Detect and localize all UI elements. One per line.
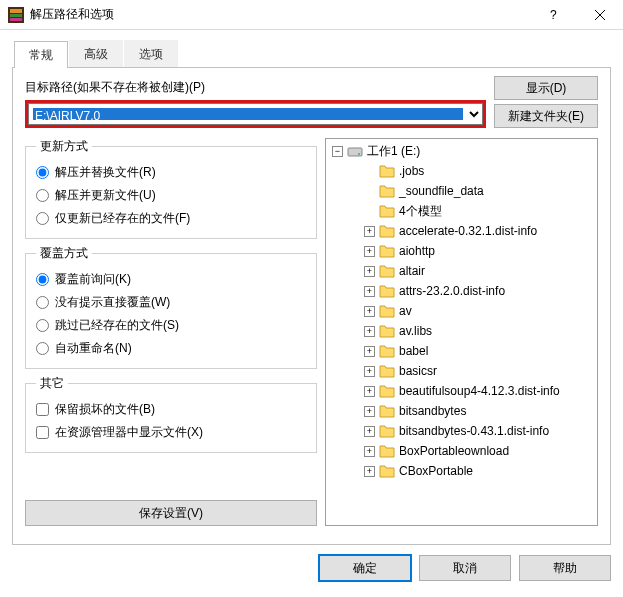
overwrite-mode-legend: 覆盖方式 — [36, 245, 92, 262]
tree-item[interactable]: _soundfile_data — [326, 181, 597, 201]
close-button[interactable] — [577, 0, 623, 30]
tree-item[interactable]: +av — [326, 301, 597, 321]
expand-icon[interactable]: + — [364, 246, 375, 257]
folder-icon — [379, 363, 395, 379]
destination-path-highlight: E:\AIRLV7.0 — [25, 100, 486, 128]
tab-options[interactable]: 选项 — [124, 40, 178, 67]
overwrite-skip[interactable]: 跳过已经存在的文件(S) — [36, 314, 306, 337]
cancel-button[interactable]: 取消 — [419, 555, 511, 581]
tree-item-label: altair — [399, 264, 425, 278]
dialog-button-row: 确定 取消 帮助 — [0, 545, 623, 593]
tree-item-label: CBoxPortable — [399, 464, 473, 478]
update-extract-update[interactable]: 解压并更新文件(U) — [36, 184, 306, 207]
svg-rect-3 — [10, 18, 22, 21]
expand-icon[interactable]: + — [364, 306, 375, 317]
collapse-icon[interactable]: − — [332, 146, 343, 157]
expand-icon[interactable]: + — [364, 366, 375, 377]
expand-icon[interactable]: + — [364, 346, 375, 357]
tree-item[interactable]: +av.libs — [326, 321, 597, 341]
expand-icon[interactable]: + — [364, 466, 375, 477]
app-icon — [8, 7, 24, 23]
misc-show-explorer[interactable]: 在资源管理器中显示文件(X) — [36, 421, 306, 444]
folder-icon — [379, 283, 395, 299]
tree-item-label: bitsandbytes-0.43.1.dist-info — [399, 424, 549, 438]
display-button[interactable]: 显示(D) — [494, 76, 598, 100]
folder-icon — [379, 443, 395, 459]
tab-panel: 目标路径(如果不存在将被创建)(P) E:\AIRLV7.0 显示(D) 新建文… — [12, 68, 611, 545]
update-extract-replace[interactable]: 解压并替换文件(R) — [36, 161, 306, 184]
tree-item-label: _soundfile_data — [399, 184, 484, 198]
tree-item[interactable]: +attrs-23.2.0.dist-info — [326, 281, 597, 301]
overwrite-rename[interactable]: 自动重命名(N) — [36, 337, 306, 360]
folder-icon — [379, 323, 395, 339]
content-area: 常规 高级 选项 目标路径(如果不存在将被创建)(P) E:\AIRLV7.0 … — [0, 30, 623, 545]
tree-item-label: av — [399, 304, 412, 318]
tree-item-label: basicsr — [399, 364, 437, 378]
expand-icon[interactable]: + — [364, 266, 375, 277]
new-folder-button[interactable]: 新建文件夹(E) — [494, 104, 598, 128]
tab-strip: 常规 高级 选项 — [12, 40, 611, 68]
tree-root-label: 工作1 (E:) — [367, 143, 420, 160]
expand-icon[interactable]: + — [364, 446, 375, 457]
tree-item[interactable]: +babel — [326, 341, 597, 361]
folder-tree[interactable]: − 工作1 (E:) .jobs_soundfile_data4个模型+acce… — [325, 138, 598, 526]
tree-item[interactable]: +accelerate-0.32.1.dist-info — [326, 221, 597, 241]
expand-icon[interactable]: + — [364, 286, 375, 297]
overwrite-ask[interactable]: 覆盖前询问(K) — [36, 268, 306, 291]
folder-icon — [379, 163, 395, 179]
svg-point-8 — [358, 153, 360, 155]
folder-icon — [379, 183, 395, 199]
folder-icon — [379, 203, 395, 219]
tree-item[interactable]: +bitsandbytes-0.43.1.dist-info — [326, 421, 597, 441]
update-mode-legend: 更新方式 — [36, 138, 92, 155]
expand-icon[interactable]: + — [364, 226, 375, 237]
expand-icon[interactable]: + — [364, 406, 375, 417]
tree-item-label: babel — [399, 344, 428, 358]
tree-item-label: beautifulsoup4-4.12.3.dist-info — [399, 384, 560, 398]
tree-item-label: attrs-23.2.0.dist-info — [399, 284, 505, 298]
tree-item[interactable]: +altair — [326, 261, 597, 281]
ok-button[interactable]: 确定 — [319, 555, 411, 581]
folder-icon — [379, 223, 395, 239]
tree-item-label: bitsandbytes — [399, 404, 466, 418]
folder-icon — [379, 243, 395, 259]
save-settings-button[interactable]: 保存设置(V) — [25, 500, 317, 526]
tree-item[interactable]: +CBoxPortable — [326, 461, 597, 481]
folder-icon — [379, 263, 395, 279]
tree-item-label: 4个模型 — [399, 203, 442, 220]
misc-group: 其它 保留损坏的文件(B) 在资源管理器中显示文件(X) — [25, 375, 317, 453]
tab-advanced[interactable]: 高级 — [69, 40, 123, 67]
tree-item-label: av.libs — [399, 324, 432, 338]
titlebar: 解压路径和选项 ? — [0, 0, 623, 30]
help-dialog-button[interactable]: 帮助 — [519, 555, 611, 581]
svg-rect-1 — [10, 9, 22, 13]
window-title: 解压路径和选项 — [30, 6, 531, 23]
tree-root[interactable]: − 工作1 (E:) — [326, 141, 597, 161]
expand-icon[interactable]: + — [364, 386, 375, 397]
misc-keep-broken[interactable]: 保留损坏的文件(B) — [36, 398, 306, 421]
tree-item[interactable]: .jobs — [326, 161, 597, 181]
tree-item[interactable]: +aiohttp — [326, 241, 597, 261]
update-mode-group: 更新方式 解压并替换文件(R) 解压并更新文件(U) 仅更新已经存在的文件(F) — [25, 138, 317, 239]
tree-item[interactable]: 4个模型 — [326, 201, 597, 221]
tree-item[interactable]: +beautifulsoup4-4.12.3.dist-info — [326, 381, 597, 401]
help-button[interactable]: ? — [531, 0, 577, 30]
tree-item[interactable]: +basicsr — [326, 361, 597, 381]
expand-icon[interactable]: + — [364, 426, 375, 437]
expand-icon[interactable]: + — [364, 326, 375, 337]
destination-path-label: 目标路径(如果不存在将被创建)(P) — [25, 79, 486, 96]
svg-rect-2 — [10, 14, 22, 17]
destination-path-combo[interactable] — [28, 103, 483, 125]
update-only-existing[interactable]: 仅更新已经存在的文件(F) — [36, 207, 306, 230]
overwrite-mode-group: 覆盖方式 覆盖前询问(K) 没有提示直接覆盖(W) 跳过已经存在的文件(S) 自… — [25, 245, 317, 369]
tree-item-label: .jobs — [399, 164, 424, 178]
drive-icon — [347, 143, 363, 159]
misc-legend: 其它 — [36, 375, 68, 392]
tree-item[interactable]: +BoxPortableownload — [326, 441, 597, 461]
overwrite-silent[interactable]: 没有提示直接覆盖(W) — [36, 291, 306, 314]
tab-general[interactable]: 常规 — [14, 41, 68, 68]
folder-icon — [379, 423, 395, 439]
svg-rect-7 — [348, 148, 362, 156]
folder-icon — [379, 383, 395, 399]
tree-item[interactable]: +bitsandbytes — [326, 401, 597, 421]
